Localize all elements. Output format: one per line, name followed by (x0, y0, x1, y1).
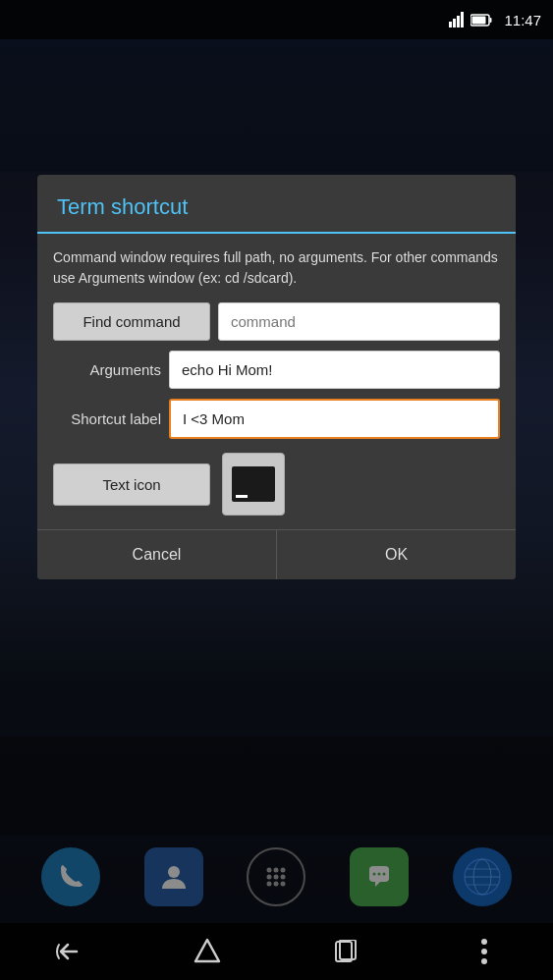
command-input[interactable] (218, 302, 500, 341)
dialog-body: Command window requires full path, no ar… (37, 234, 516, 529)
arguments-label: Arguments (53, 361, 161, 378)
svg-rect-1 (453, 19, 456, 27)
dialog-buttons: Cancel OK (37, 529, 516, 579)
back-icon (55, 940, 83, 963)
dialog-description: Command window requires full path, no ar… (53, 247, 500, 289)
svg-rect-0 (449, 22, 452, 27)
ok-button[interactable]: OK (277, 530, 516, 579)
terminal-icon-image (232, 466, 275, 502)
svg-rect-2 (457, 16, 460, 27)
recents-icon (332, 940, 359, 963)
svg-rect-5 (490, 18, 492, 23)
find-command-row: Find command (53, 302, 500, 341)
shortcut-label-input[interactable] (169, 399, 500, 439)
nav-home-button[interactable] (178, 932, 237, 971)
nav-recents-button[interactable] (316, 932, 375, 971)
svg-rect-6 (472, 16, 486, 24)
status-time: 11:47 (504, 12, 541, 28)
term-shortcut-dialog: Term shortcut Command window requires fu… (37, 175, 516, 579)
status-icons (449, 12, 492, 27)
battery-icon (470, 14, 492, 27)
terminal-cursor (236, 495, 248, 498)
svg-point-31 (481, 949, 487, 954)
text-icon-button[interactable]: Text icon (53, 463, 210, 506)
icon-row: Text icon (53, 453, 500, 529)
terminal-icon-box[interactable] (222, 453, 285, 516)
home-icon (194, 938, 221, 965)
svg-marker-27 (195, 940, 219, 961)
status-bar: 11:47 (0, 0, 553, 39)
shortcut-label-label: Shortcut label (53, 410, 161, 427)
nav-more-button[interactable] (455, 932, 514, 971)
signal-icon (449, 12, 467, 27)
arguments-row: Arguments (53, 351, 500, 389)
nav-bar (0, 923, 553, 980)
arguments-input[interactable] (169, 351, 500, 389)
svg-rect-3 (461, 12, 464, 27)
dialog-title: Term shortcut (37, 175, 516, 234)
cancel-button[interactable]: Cancel (37, 530, 277, 579)
find-command-button[interactable]: Find command (53, 302, 210, 341)
svg-point-32 (481, 958, 487, 964)
nav-back-button[interactable] (39, 932, 98, 971)
more-icon (480, 938, 488, 965)
shortcut-label-row: Shortcut label (53, 399, 500, 439)
svg-point-30 (481, 939, 487, 945)
